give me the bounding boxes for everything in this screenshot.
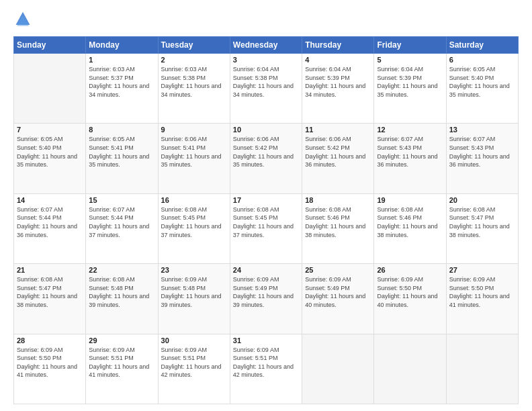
- calendar-cell: 16Sunrise: 6:08 AMSunset: 5:45 PMDayligh…: [158, 193, 230, 263]
- day-detail: Sunrise: 6:09 AMSunset: 5:50 PMDaylight:…: [377, 275, 443, 309]
- weekday-saturday: Saturday: [446, 37, 518, 54]
- day-number: 4: [305, 56, 371, 64]
- calendar-cell: 8Sunrise: 6:05 AMSunset: 5:41 PMDaylight…: [86, 124, 158, 193]
- logo: [13, 11, 35, 30]
- calendar-cell: 17Sunrise: 6:08 AMSunset: 5:45 PMDayligh…: [230, 193, 302, 263]
- calendar-week-4: 28Sunrise: 6:09 AMSunset: 5:50 PMDayligh…: [14, 334, 519, 404]
- day-number: 15: [89, 196, 154, 204]
- weekday-sunday: Sunday: [14, 37, 86, 54]
- day-number: 3: [233, 56, 299, 64]
- day-detail: Sunrise: 6:05 AMSunset: 5:40 PMDaylight:…: [449, 65, 515, 99]
- calendar-cell: 19Sunrise: 6:08 AMSunset: 5:46 PMDayligh…: [374, 193, 446, 263]
- calendar-cell: [446, 334, 518, 404]
- calendar-week-3: 21Sunrise: 6:08 AMSunset: 5:47 PMDayligh…: [14, 264, 519, 334]
- weekday-friday: Friday: [374, 37, 446, 54]
- day-number: 31: [233, 336, 299, 345]
- calendar-cell: 6Sunrise: 6:05 AMSunset: 5:40 PMDaylight…: [446, 54, 518, 124]
- calendar-cell: 26Sunrise: 6:09 AMSunset: 5:50 PMDayligh…: [374, 264, 446, 334]
- calendar-cell: 9Sunrise: 6:06 AMSunset: 5:41 PMDaylight…: [158, 124, 230, 193]
- weekday-header-row: SundayMondayTuesdayWednesdayThursdayFrid…: [14, 37, 519, 54]
- day-number: 5: [377, 56, 443, 64]
- day-number: 10: [233, 126, 299, 134]
- day-detail: Sunrise: 6:03 AMSunset: 5:37 PMDaylight:…: [89, 65, 154, 99]
- calendar-week-2: 14Sunrise: 6:07 AMSunset: 5:44 PMDayligh…: [14, 193, 519, 263]
- calendar-cell: 29Sunrise: 6:09 AMSunset: 5:51 PMDayligh…: [86, 334, 158, 404]
- calendar-cell: 5Sunrise: 6:04 AMSunset: 5:39 PMDaylight…: [374, 54, 446, 124]
- day-number: 30: [161, 336, 227, 345]
- day-number: 27: [449, 266, 515, 274]
- day-detail: Sunrise: 6:07 AMSunset: 5:43 PMDaylight:…: [377, 135, 443, 169]
- day-number: 18: [305, 196, 371, 204]
- day-detail: Sunrise: 6:09 AMSunset: 5:51 PMDaylight:…: [161, 346, 227, 379]
- weekday-tuesday: Tuesday: [158, 37, 230, 54]
- day-number: 17: [233, 196, 299, 204]
- calendar-cell: 24Sunrise: 6:09 AMSunset: 5:49 PMDayligh…: [230, 264, 302, 334]
- calendar-cell: 30Sunrise: 6:09 AMSunset: 5:51 PMDayligh…: [158, 334, 230, 404]
- day-number: 2: [161, 56, 227, 64]
- logo-icon: [13, 11, 32, 30]
- day-number: 16: [161, 196, 227, 204]
- weekday-thursday: Thursday: [302, 37, 374, 54]
- calendar-cell: 22Sunrise: 6:08 AMSunset: 5:48 PMDayligh…: [86, 264, 158, 334]
- calendar-cell: 12Sunrise: 6:07 AMSunset: 5:43 PMDayligh…: [374, 124, 446, 193]
- calendar-cell: 28Sunrise: 6:09 AMSunset: 5:50 PMDayligh…: [14, 334, 86, 404]
- calendar-cell: [14, 54, 86, 124]
- day-detail: Sunrise: 6:07 AMSunset: 5:44 PMDaylight:…: [17, 205, 83, 239]
- day-number: 7: [17, 126, 83, 134]
- page: SundayMondayTuesdayWednesdayThursdayFrid…: [0, 0, 532, 411]
- day-number: 11: [305, 126, 371, 134]
- calendar-cell: 14Sunrise: 6:07 AMSunset: 5:44 PMDayligh…: [14, 193, 86, 263]
- calendar-cell: [302, 334, 374, 404]
- day-detail: Sunrise: 6:08 AMSunset: 5:45 PMDaylight:…: [233, 205, 299, 239]
- calendar-cell: 4Sunrise: 6:04 AMSunset: 5:39 PMDaylight…: [302, 54, 374, 124]
- day-detail: Sunrise: 6:09 AMSunset: 5:50 PMDaylight:…: [449, 275, 515, 309]
- day-detail: Sunrise: 6:04 AMSunset: 5:39 PMDaylight:…: [377, 65, 443, 99]
- calendar-cell: 31Sunrise: 6:09 AMSunset: 5:51 PMDayligh…: [230, 334, 302, 404]
- day-number: 25: [305, 266, 371, 274]
- day-number: 9: [161, 126, 227, 134]
- calendar-cell: 27Sunrise: 6:09 AMSunset: 5:50 PMDayligh…: [446, 264, 518, 334]
- calendar-table: SundayMondayTuesdayWednesdayThursdayFrid…: [13, 36, 519, 404]
- day-detail: Sunrise: 6:06 AMSunset: 5:42 PMDaylight:…: [305, 135, 371, 169]
- calendar-cell: 3Sunrise: 6:04 AMSunset: 5:38 PMDaylight…: [230, 54, 302, 124]
- day-detail: Sunrise: 6:04 AMSunset: 5:38 PMDaylight:…: [233, 65, 299, 99]
- day-detail: Sunrise: 6:03 AMSunset: 5:38 PMDaylight:…: [161, 65, 227, 99]
- day-number: 12: [377, 126, 443, 134]
- day-number: 13: [449, 126, 515, 134]
- day-detail: Sunrise: 6:05 AMSunset: 5:41 PMDaylight:…: [89, 135, 154, 169]
- calendar-week-0: 1Sunrise: 6:03 AMSunset: 5:37 PMDaylight…: [14, 54, 519, 124]
- calendar-cell: 20Sunrise: 6:08 AMSunset: 5:47 PMDayligh…: [446, 193, 518, 263]
- day-number: 19: [377, 196, 443, 204]
- day-detail: Sunrise: 6:07 AMSunset: 5:43 PMDaylight:…: [449, 135, 515, 169]
- day-detail: Sunrise: 6:07 AMSunset: 5:44 PMDaylight:…: [89, 205, 154, 239]
- calendar-cell: 23Sunrise: 6:09 AMSunset: 5:48 PMDayligh…: [158, 264, 230, 334]
- day-detail: Sunrise: 6:09 AMSunset: 5:49 PMDaylight:…: [305, 275, 371, 309]
- day-number: 24: [233, 266, 299, 274]
- calendar-cell: 1Sunrise: 6:03 AMSunset: 5:37 PMDaylight…: [86, 54, 158, 124]
- day-detail: Sunrise: 6:08 AMSunset: 5:47 PMDaylight:…: [449, 205, 515, 239]
- header: [13, 11, 519, 30]
- day-detail: Sunrise: 6:09 AMSunset: 5:48 PMDaylight:…: [161, 275, 227, 309]
- day-number: 20: [449, 196, 515, 204]
- calendar-cell: 25Sunrise: 6:09 AMSunset: 5:49 PMDayligh…: [302, 264, 374, 334]
- day-detail: Sunrise: 6:08 AMSunset: 5:45 PMDaylight:…: [161, 205, 227, 239]
- day-detail: Sunrise: 6:05 AMSunset: 5:40 PMDaylight:…: [17, 135, 83, 169]
- day-number: 14: [17, 196, 83, 204]
- day-number: 1: [89, 56, 154, 64]
- calendar-cell: 21Sunrise: 6:08 AMSunset: 5:47 PMDayligh…: [14, 264, 86, 334]
- day-detail: Sunrise: 6:08 AMSunset: 5:46 PMDaylight:…: [305, 205, 371, 239]
- calendar-cell: 7Sunrise: 6:05 AMSunset: 5:40 PMDaylight…: [14, 124, 86, 193]
- day-number: 6: [449, 56, 515, 64]
- weekday-monday: Monday: [86, 37, 158, 54]
- day-number: 29: [89, 336, 154, 345]
- day-detail: Sunrise: 6:06 AMSunset: 5:42 PMDaylight:…: [233, 135, 299, 169]
- weekday-wednesday: Wednesday: [230, 37, 302, 54]
- calendar-cell: 11Sunrise: 6:06 AMSunset: 5:42 PMDayligh…: [302, 124, 374, 193]
- calendar-cell: 2Sunrise: 6:03 AMSunset: 5:38 PMDaylight…: [158, 54, 230, 124]
- day-detail: Sunrise: 6:09 AMSunset: 5:50 PMDaylight:…: [17, 346, 83, 379]
- calendar-week-1: 7Sunrise: 6:05 AMSunset: 5:40 PMDaylight…: [14, 124, 519, 193]
- calendar-cell: [374, 334, 446, 404]
- calendar-cell: 13Sunrise: 6:07 AMSunset: 5:43 PMDayligh…: [446, 124, 518, 193]
- day-detail: Sunrise: 6:09 AMSunset: 5:51 PMDaylight:…: [89, 346, 154, 379]
- calendar-cell: 18Sunrise: 6:08 AMSunset: 5:46 PMDayligh…: [302, 193, 374, 263]
